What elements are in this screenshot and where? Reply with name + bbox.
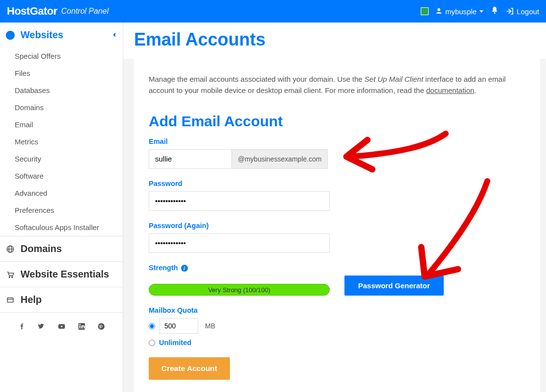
menu-lines-icon	[5, 30, 16, 40]
username-label: mybusple	[445, 7, 477, 16]
svg-rect-15	[79, 325, 80, 328]
window-icon	[5, 296, 16, 304]
brand-subtitle: Control Panel	[61, 7, 109, 16]
sidebar-item-domains[interactable]: Domains	[0, 99, 123, 116]
sidebar-item-databases[interactable]: Databases	[0, 82, 123, 99]
bell-icon[interactable]	[490, 6, 499, 17]
sidebar-item-preferences[interactable]: Preferences	[0, 202, 123, 219]
sidebar-category-websites[interactable]: Websites	[0, 23, 123, 47]
sidebar-item-advanced[interactable]: Advanced	[0, 184, 123, 202]
facebook-icon[interactable]	[18, 323, 26, 332]
password-again-label: Password (Again)	[149, 222, 525, 230]
sidebar-category-label: Help	[21, 294, 42, 305]
password-again-input[interactable]	[149, 233, 330, 253]
logout-link[interactable]: Logout	[506, 7, 539, 16]
sidebar-item-metrics[interactable]: Metrics	[0, 133, 123, 150]
svg-point-0	[437, 8, 440, 11]
quota-unit-label: MB	[205, 322, 215, 330]
logout-label: Logout	[517, 7, 539, 16]
sidebar-subitems: Special Offers Files Databases Domains E…	[0, 47, 123, 236]
section-title: Add Email Account	[149, 113, 525, 130]
email-domain-addon: @mybusinessexample.com	[232, 149, 328, 169]
cart-icon	[5, 270, 16, 279]
sidebar-category-domains[interactable]: Domains	[0, 236, 123, 261]
user-dropdown[interactable]: mybusple	[435, 7, 483, 16]
svg-point-17	[98, 323, 104, 329]
sidebar-item-software[interactable]: Software	[0, 167, 123, 184]
strength-label: Strength i	[149, 264, 525, 272]
svg-point-1	[494, 12, 496, 14]
strength-meter: Very Strong (100/100)	[149, 284, 330, 296]
top-bar: HostGator Control Panel mybusple Logout	[0, 0, 546, 23]
quota-label: Mailbox Quota	[149, 306, 525, 314]
email-input[interactable]	[149, 149, 232, 169]
sidebar-category-label: Websites	[21, 29, 63, 41]
svg-rect-11	[7, 298, 13, 302]
quota-limited-radio[interactable]	[149, 323, 155, 329]
create-account-button[interactable]: Create Account	[149, 357, 230, 380]
password-input[interactable]	[149, 191, 330, 211]
quota-unlimited-label: Unlimited	[159, 339, 191, 346]
content-area: Email Accounts Manage the email accounts…	[123, 23, 546, 392]
documentation-link[interactable]: documentation	[426, 86, 474, 94]
sidebar-item-softaculous[interactable]: Softaculous Apps Installer	[0, 219, 123, 236]
svg-point-16	[79, 324, 80, 325]
caret-down-icon	[479, 10, 483, 13]
sidebar-item-email[interactable]: Email	[0, 116, 123, 133]
broken-avatar-icon	[421, 7, 429, 15]
svg-point-9	[9, 277, 10, 277]
sidebar-category-help[interactable]: Help	[0, 287, 123, 312]
quota-unlimited-radio[interactable]	[149, 340, 155, 346]
page-description: Manage the email accounts associated wit…	[149, 73, 525, 96]
info-icon[interactable]: i	[181, 265, 188, 272]
globe-icon	[5, 245, 16, 254]
email-label: Email	[149, 138, 525, 145]
password-generator-button[interactable]: Password Generator	[344, 276, 444, 296]
sidebar-category-label: Domains	[21, 243, 62, 254]
twitter-icon[interactable]	[38, 323, 46, 332]
svg-point-10	[12, 277, 13, 277]
sidebar-item-security[interactable]: Security	[0, 150, 123, 167]
password-label: Password	[149, 180, 525, 187]
youtube-icon[interactable]	[57, 323, 66, 332]
page-title: Email Accounts	[134, 29, 266, 50]
sidebar-category-label: Website Essentials	[21, 269, 109, 280]
sidebar-item-files[interactable]: Files	[0, 65, 123, 82]
brand-logo: HostGator	[7, 5, 57, 18]
sidebar-item-special-offers[interactable]: Special Offers	[0, 47, 123, 65]
sidebar-category-essentials[interactable]: Website Essentials	[0, 261, 123, 287]
chevron-left-icon	[111, 29, 118, 41]
linkedin-icon[interactable]	[78, 323, 86, 332]
quota-value-input[interactable]	[159, 318, 198, 334]
user-icon	[435, 7, 442, 16]
pinterest-icon[interactable]	[97, 323, 105, 332]
sidebar: Websites Special Offers Files Databases …	[0, 23, 123, 392]
